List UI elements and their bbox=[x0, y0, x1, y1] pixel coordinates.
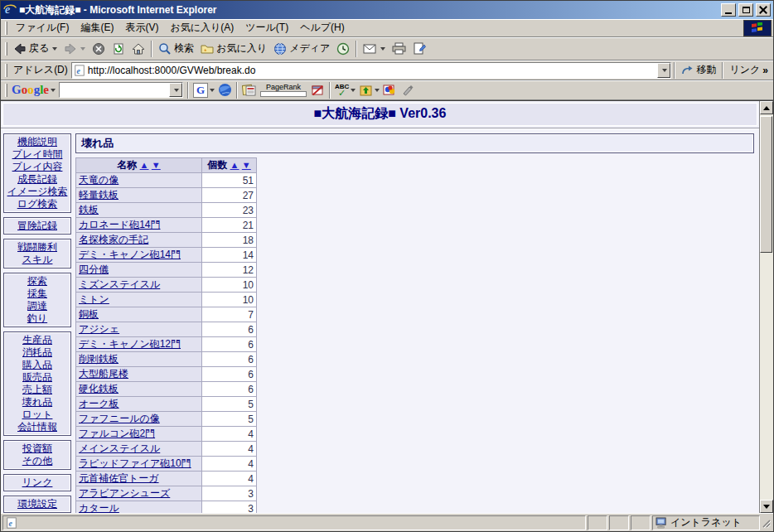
item-link-削剥鉄板[interactable]: 削剥鉄板 bbox=[79, 353, 119, 365]
item-link-硬化鉄板[interactable]: 硬化鉄板 bbox=[79, 383, 119, 394]
sidebar-item-冒険記録[interactable]: 冒険記録 bbox=[4, 220, 70, 232]
autofill-button[interactable] bbox=[357, 83, 381, 98]
back-button[interactable]: 戻る bbox=[10, 40, 60, 57]
home-button[interactable] bbox=[128, 41, 148, 57]
scrollbar-thumb[interactable] bbox=[760, 116, 772, 253]
sidebar-item-ログ検索[interactable]: ログ検索 bbox=[4, 198, 70, 210]
google-news-button[interactable] bbox=[240, 83, 258, 97]
item-link-ミトン[interactable]: ミトン bbox=[79, 293, 109, 305]
sidebar-item-プレイ時間[interactable]: プレイ時間 bbox=[4, 148, 70, 161]
item-link-元首補佐官トーガ[interactable]: 元首補佐官トーガ bbox=[79, 472, 159, 484]
address-dropdown-button[interactable] bbox=[657, 63, 670, 78]
google-search-box[interactable] bbox=[59, 82, 183, 98]
item-link-カタール[interactable]: カタール bbox=[79, 502, 119, 513]
sidebar-item-会計情報[interactable]: 会計情報 bbox=[4, 421, 70, 433]
item-link-軽量鉄板[interactable]: 軽量鉄板 bbox=[79, 189, 119, 201]
stop-button[interactable] bbox=[89, 41, 109, 57]
item-link-天竜の像[interactable]: 天竜の像 bbox=[79, 174, 119, 186]
edit-button[interactable] bbox=[409, 41, 429, 56]
sidebar-item-消耗品[interactable]: 消耗品 bbox=[4, 346, 70, 359]
sidebar-item-探索[interactable]: 探索 bbox=[4, 275, 70, 288]
item-link-カロネード砲14門[interactable]: カロネード砲14門 bbox=[79, 219, 160, 230]
item-link-大型船尾楼[interactable]: 大型船尾楼 bbox=[79, 368, 128, 380]
sidebar-item-スキル[interactable]: スキル bbox=[4, 254, 70, 266]
google-earth-button[interactable] bbox=[216, 82, 234, 98]
sidebar-item-生産品[interactable]: 生産品 bbox=[4, 334, 70, 346]
scrollbar-track[interactable] bbox=[760, 114, 773, 500]
maximize-button[interactable] bbox=[738, 3, 753, 17]
links-button[interactable]: リンク » bbox=[726, 61, 772, 79]
sort-count-asc-link[interactable]: ▲ bbox=[230, 160, 239, 170]
highlight-button[interactable] bbox=[381, 83, 399, 97]
item-link-ファルコン砲2門[interactable]: ファルコン砲2門 bbox=[79, 428, 155, 439]
sidebar-item-リンク[interactable]: リンク bbox=[4, 476, 70, 489]
sidebar-item-調達[interactable]: 調達 bbox=[4, 300, 70, 312]
item-link-鉄板[interactable]: 鉄板 bbox=[79, 204, 99, 215]
address-grip[interactable] bbox=[5, 64, 7, 77]
mail-dropdown-caret-icon[interactable] bbox=[380, 47, 385, 51]
vertical-scrollbar[interactable] bbox=[759, 101, 773, 513]
address-input[interactable]: e http://localhost:8000/GVWeb/break.do bbox=[71, 62, 672, 79]
item-link-銅板[interactable]: 銅板 bbox=[79, 308, 99, 320]
sidebar-item-戦闘勝利[interactable]: 戦闘勝利 bbox=[4, 241, 70, 254]
scroll-down-button[interactable] bbox=[760, 500, 773, 513]
item-link-オーク板[interactable]: オーク板 bbox=[79, 398, 119, 409]
minimize-button[interactable] bbox=[721, 3, 736, 17]
sort-count-desc-link[interactable]: ▼ bbox=[242, 160, 251, 170]
pen-button[interactable] bbox=[399, 83, 416, 97]
sidebar-item-売上額[interactable]: 売上額 bbox=[4, 384, 70, 396]
google-search-dropdown[interactable] bbox=[169, 83, 182, 97]
scroll-up-button[interactable] bbox=[760, 101, 773, 114]
popup-blocker-button[interactable] bbox=[309, 83, 327, 98]
menu-grip[interactable] bbox=[5, 22, 7, 35]
sidebar-item-成長記録[interactable]: 成長記録 bbox=[4, 173, 70, 186]
item-link-ファフニールの像[interactable]: ファフニールの像 bbox=[79, 413, 160, 424]
item-link-四分儀[interactable]: 四分儀 bbox=[79, 264, 109, 275]
toolbar-grip[interactable] bbox=[5, 42, 7, 56]
sidebar-item-販売品[interactable]: 販売品 bbox=[4, 371, 70, 384]
item-link-アジシェ[interactable]: アジシェ bbox=[79, 323, 119, 335]
back-dropdown-caret-icon[interactable] bbox=[52, 47, 57, 51]
sidebar-item-環境設定[interactable]: 環境設定 bbox=[4, 498, 70, 510]
menu-item-0[interactable]: ファイル(F) bbox=[10, 19, 75, 36]
sidebar-item-壊れ品[interactable]: 壊れ品 bbox=[4, 396, 70, 409]
sidebar-item-投資額[interactable]: 投資額 bbox=[4, 443, 70, 455]
menu-item-5[interactable]: ヘルプ(H) bbox=[294, 19, 351, 36]
search-button[interactable]: 検索 bbox=[155, 40, 197, 57]
menu-item-1[interactable]: 編集(E) bbox=[75, 19, 119, 36]
menu-item-4[interactable]: ツール(T) bbox=[239, 19, 294, 36]
media-button[interactable]: メディア bbox=[270, 40, 333, 57]
item-link-デミ・キャノン砲12門[interactable]: デミ・キャノン砲12門 bbox=[79, 338, 181, 350]
resize-grip-icon[interactable] bbox=[760, 517, 772, 529]
google-logo-button[interactable]: Google bbox=[10, 82, 57, 98]
favorites-button[interactable]: お気に入り bbox=[197, 40, 270, 57]
menu-item-2[interactable]: 表示(V) bbox=[119, 19, 164, 36]
mail-button[interactable] bbox=[360, 41, 389, 56]
sidebar-item-イメージ検索[interactable]: イメージ検索 bbox=[4, 186, 70, 198]
forward-dropdown-caret-icon[interactable] bbox=[80, 47, 85, 51]
item-link-ミズンステイスル[interactable]: ミズンステイスル bbox=[79, 278, 160, 290]
menu-item-3[interactable]: お気に入り(A) bbox=[164, 19, 239, 36]
google-grip[interactable] bbox=[5, 84, 7, 97]
refresh-button[interactable] bbox=[109, 41, 128, 57]
history-button[interactable] bbox=[333, 41, 353, 57]
go-button[interactable]: 移動 bbox=[678, 61, 719, 79]
sidebar-item-その他[interactable]: その他 bbox=[4, 455, 70, 467]
forward-button[interactable] bbox=[60, 41, 89, 57]
item-link-メインステイスル[interactable]: メインステイスル bbox=[79, 443, 160, 454]
sidebar-item-プレイ内容[interactable]: プレイ内容 bbox=[4, 161, 70, 173]
sidebar-item-購入品[interactable]: 購入品 bbox=[4, 359, 70, 371]
item-link-名探検家の手記[interactable]: 名探検家の手記 bbox=[79, 234, 148, 245]
print-button[interactable] bbox=[389, 41, 409, 56]
sidebar-item-ロット[interactable]: ロット bbox=[4, 409, 70, 421]
sidebar-item-釣り[interactable]: 釣り bbox=[4, 312, 70, 325]
item-link-ラピッドファイア砲10門[interactable]: ラピッドファイア砲10門 bbox=[79, 457, 191, 469]
sidebar-item-採集[interactable]: 採集 bbox=[4, 288, 70, 300]
close-button[interactable] bbox=[756, 3, 771, 17]
sidebar-item-機能説明[interactable]: 機能説明 bbox=[4, 136, 70, 148]
item-link-デミ・キャノン砲14門[interactable]: デミ・キャノン砲14門 bbox=[79, 249, 181, 260]
sort-name-asc-link[interactable]: ▲ bbox=[140, 160, 149, 170]
sort-name-desc-link[interactable]: ▼ bbox=[152, 160, 161, 170]
google-search-button[interactable]: G bbox=[191, 82, 216, 99]
spellcheck-button[interactable]: ABC ✓ bbox=[333, 83, 357, 97]
